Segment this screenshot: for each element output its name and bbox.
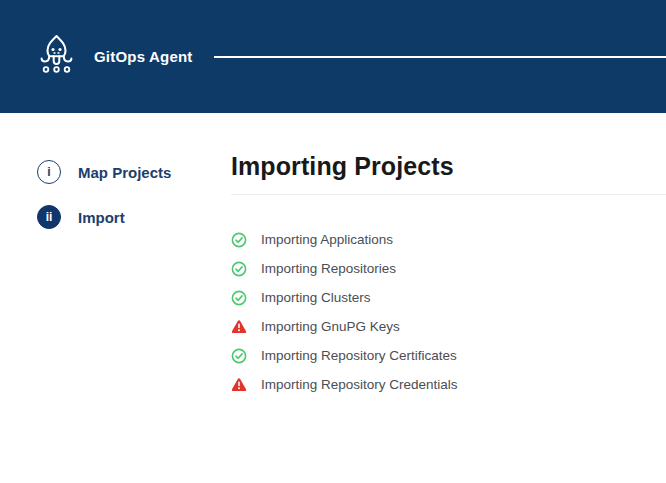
step-label: Map Projects xyxy=(78,164,171,181)
app-title: GitOps Agent xyxy=(94,48,193,65)
wizard-steps-sidebar: i Map Projects ii Import xyxy=(0,113,231,229)
import-status-label: Importing Clusters xyxy=(261,290,371,305)
step-number-circle: ii xyxy=(37,205,61,229)
import-status-label: Importing Repositories xyxy=(261,261,396,276)
header-divider-line xyxy=(214,56,666,58)
page-title: Importing Projects xyxy=(231,150,666,182)
import-status-label: Importing Applications xyxy=(261,232,393,247)
import-status-label: Importing Repository Certificates xyxy=(261,348,457,363)
warning-triangle-icon xyxy=(231,377,247,393)
step-label: Import xyxy=(78,209,125,226)
page-body: i Map Projects ii Import Importing Proje… xyxy=(0,113,666,483)
step-number-circle: i xyxy=(37,160,61,184)
import-status-list: Importing Applications Importing Reposit… xyxy=(231,225,666,399)
app-header: GitOps Agent xyxy=(0,0,666,113)
check-circle-icon xyxy=(231,232,247,248)
check-circle-icon xyxy=(231,290,247,306)
check-circle-icon xyxy=(231,261,247,277)
import-status-row: Importing Applications xyxy=(231,225,666,254)
title-divider xyxy=(231,194,666,195)
import-status-row: Importing Repository Credentials xyxy=(231,370,666,399)
import-status-label: Importing GnuPG Keys xyxy=(261,319,400,334)
import-status-row: Importing Repositories xyxy=(231,254,666,283)
main-content: Importing Projects Importing Application… xyxy=(231,113,666,399)
gitops-agent-window: GitOps Agent i Map Projects ii Import Im… xyxy=(0,0,666,483)
check-circle-icon xyxy=(231,348,247,364)
step-map-projects[interactable]: i Map Projects xyxy=(37,160,231,184)
warning-triangle-icon xyxy=(231,319,247,335)
import-status-row: Importing Repository Certificates xyxy=(231,341,666,370)
import-status-label: Importing Repository Credentials xyxy=(261,377,458,392)
import-status-row: Importing GnuPG Keys xyxy=(231,312,666,341)
step-import[interactable]: ii Import xyxy=(37,205,231,229)
argo-octopus-logo-icon xyxy=(38,34,75,80)
import-status-row: Importing Clusters xyxy=(231,283,666,312)
